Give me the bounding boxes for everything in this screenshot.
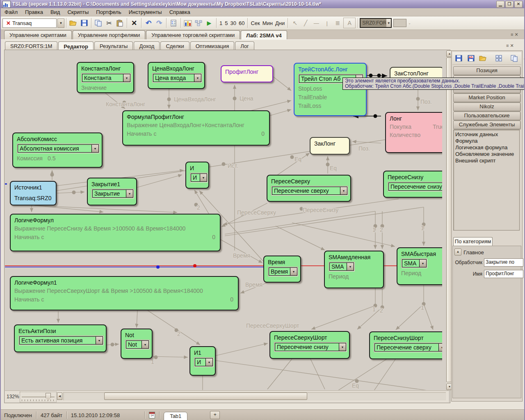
pin-icon[interactable]: ≡: [511, 32, 514, 37]
toolbar-overflow-icon[interactable]: ⌄: [408, 21, 411, 25]
scroll-left-icon[interactable]: ◀: [57, 393, 62, 400]
close-tab-icon[interactable]: ✕: [514, 32, 519, 37]
menu-Файл[interactable]: Файл: [1, 9, 21, 16]
transaq-dropdown-button[interactable]: ▼: [57, 18, 64, 28]
edge-connector-dot[interactable]: [50, 173, 54, 177]
instrument-dropdown-button[interactable]: ▼: [386, 19, 391, 27]
category-button-Служебные Элементы[interactable]: Служебные Элементы: [453, 121, 520, 129]
save-button[interactable]: [79, 18, 89, 28]
text-tool-icon[interactable]: A: [343, 18, 356, 28]
node-zak-long[interactable]: ЗакЛонг: [310, 137, 350, 155]
save-script-button[interactable]: [454, 53, 463, 63]
edge-connector-dot[interactable]: [326, 163, 330, 167]
category-button-Nikolz[interactable]: Nikolz: [453, 103, 520, 111]
vline-tool-icon[interactable]: |: [322, 18, 332, 28]
node-perese-snizu-short[interactable]: ПересеСнизуШортПересечение сверху▼: [369, 331, 442, 359]
node-long[interactable]: ЛонгПокупкаTrueКоличество1: [385, 112, 442, 153]
line-tool-icon[interactable]: ╱: [301, 18, 310, 28]
chevron-down-icon[interactable]: ▼: [142, 341, 148, 348]
handler-field[interactable]: Закрытие по: [484, 258, 523, 267]
menu-Скрипты[interactable]: Скрипты: [64, 9, 92, 16]
menu-Справка[interactable]: Справка: [166, 9, 194, 16]
chevron-down-icon[interactable]: ▼: [200, 174, 207, 181]
paste-button[interactable]: [115, 18, 125, 28]
open-script-button[interactable]: [68, 18, 78, 28]
chevron-down-icon[interactable]: ▼: [96, 337, 103, 344]
tab-main-3[interactable]: Лаб: 2SMA v4: [241, 30, 287, 40]
pin-icon[interactable]: ≡: [506, 43, 510, 48]
chevron-down-icon[interactable]: ▼: [347, 263, 354, 270]
delete-button[interactable]: ✕: [129, 18, 139, 28]
edge-connector-dot[interactable]: [374, 114, 377, 118]
edge-connector-dot[interactable]: [233, 97, 237, 100]
edge-connector-dot[interactable]: [377, 74, 381, 78]
list-item[interactable]: Внешний скрипт: [455, 158, 519, 164]
list-item[interactable]: Формула: [455, 138, 519, 144]
edge-connector-dot[interactable]: [369, 74, 373, 78]
cursor-tool-icon[interactable]: ↖: [290, 18, 300, 28]
restore-button[interactable]: ❐: [505, 1, 514, 8]
node-dropdown[interactable]: Пересечение сверху▼: [374, 343, 442, 352]
panel-overflow-icon[interactable]: ⌄: [523, 57, 525, 60]
zoom-slider[interactable]: [20, 392, 57, 402]
hscroll-thumb[interactable]: [104, 393, 307, 400]
chevron-down-icon[interactable]: ▼: [205, 358, 212, 366]
run-button[interactable]: ▶: [204, 18, 214, 28]
tab-sub-2[interactable]: Результаты: [94, 41, 133, 50]
node-sma-bystraya[interactable]: SMAбыстраяSMA▼Период: [397, 247, 442, 285]
edge-connector-dot[interactable]: [222, 162, 226, 166]
service-elements-list[interactable]: Источник данныхФормулаЛогическая формула…: [453, 130, 520, 231]
node-dropdown[interactable]: Абсолютная комиссия▼: [18, 144, 99, 153]
node-abs-komiss[interactable]: АбсолюКомиссАбсолютная комиссия▼Комиссия…: [12, 132, 103, 168]
chevron-down-icon[interactable]: ▼: [91, 145, 98, 152]
node-dropdown[interactable]: SMA▼: [329, 262, 354, 271]
edge-connector-dot[interactable]: [193, 264, 196, 267]
menu-Правка[interactable]: Правка: [21, 9, 47, 16]
category-button-Позиция[interactable]: Позиция: [453, 66, 520, 75]
tab-sub-3[interactable]: Доход: [134, 41, 160, 50]
collapse-group-icon[interactable]: ▲: [454, 249, 461, 256]
undo-button[interactable]: ↶: [144, 18, 153, 28]
node-logiche-formul[interactable]: ЛогичеФормулВыражение ПересеСнизу && Вре…: [10, 214, 221, 251]
node-dropdown[interactable]: Закрытие▼: [92, 189, 133, 198]
chevron-down-icon[interactable]: ▼: [438, 344, 442, 351]
workspace-tab[interactable]: Tab1: [164, 412, 187, 420]
edge-connector-dot[interactable]: [72, 191, 76, 194]
node-dropdown[interactable]: Есть активная позиция▼: [19, 336, 103, 345]
list-item[interactable]: Логическая формула: [455, 144, 519, 151]
close-tab-icon[interactable]: ✕: [510, 43, 515, 48]
node-dropdown[interactable]: SMA▼: [402, 259, 427, 267]
list-item[interactable]: Обновляемое значение: [455, 151, 519, 158]
close-button[interactable]: ✕: [514, 1, 523, 8]
chevron-down-icon[interactable]: ▼: [419, 260, 426, 267]
edge-connector-dot[interactable]: [154, 356, 158, 359]
node-perese-sverhu[interactable]: ПересеСверхуПересечение сверху▼: [267, 175, 351, 202]
open-script-button[interactable]: [478, 53, 488, 63]
chevron-down-icon[interactable]: ▼: [123, 74, 130, 82]
menu-Инструменты[interactable]: Инструменты: [125, 9, 166, 16]
copy-element-button[interactable]: [509, 53, 519, 63]
unit-Дни[interactable]: Дни: [274, 20, 286, 26]
interval-30[interactable]: 30: [229, 20, 237, 26]
node-dropdown[interactable]: И▼: [195, 358, 213, 366]
empty-combo[interactable]: [393, 19, 406, 27]
tab-sub-4[interactable]: Сделки: [160, 41, 189, 50]
edge-connector-dot[interactable]: [290, 155, 294, 159]
tab-main-0[interactable]: Управление скриптами: [4, 30, 72, 39]
chevron-down-icon[interactable]: ▼: [126, 190, 133, 197]
node-perese-snizu[interactable]: ПересеСнизуПересечение снизу▼: [383, 171, 442, 198]
chart-button[interactable]: [183, 18, 193, 28]
script-scheme-button[interactable]: [194, 18, 203, 28]
minimize-button[interactable]: ▁: [496, 1, 504, 8]
tab-sub-6[interactable]: Лог: [235, 41, 254, 50]
node-konstanta-long[interactable]: КонстантаЛонгКонстанта▼Значение: [77, 62, 134, 93]
grid-view-button[interactable]: [494, 53, 504, 63]
node-dropdown[interactable]: Цена входа▼: [153, 74, 201, 82]
by-category-tab[interactable]: По категориям: [453, 237, 493, 246]
properties-button[interactable]: [169, 18, 178, 28]
node-dropdown[interactable]: Пересечение снизу▼: [275, 343, 346, 351]
node-est-akti-pozi[interactable]: ЕстьАктиПозиЕсть активная позиция▼: [14, 324, 107, 352]
chevron-down-icon[interactable]: ▼: [340, 187, 347, 194]
add-workspace-button[interactable]: +: [210, 411, 220, 419]
node-dropdown[interactable]: Константа▼: [82, 74, 130, 82]
